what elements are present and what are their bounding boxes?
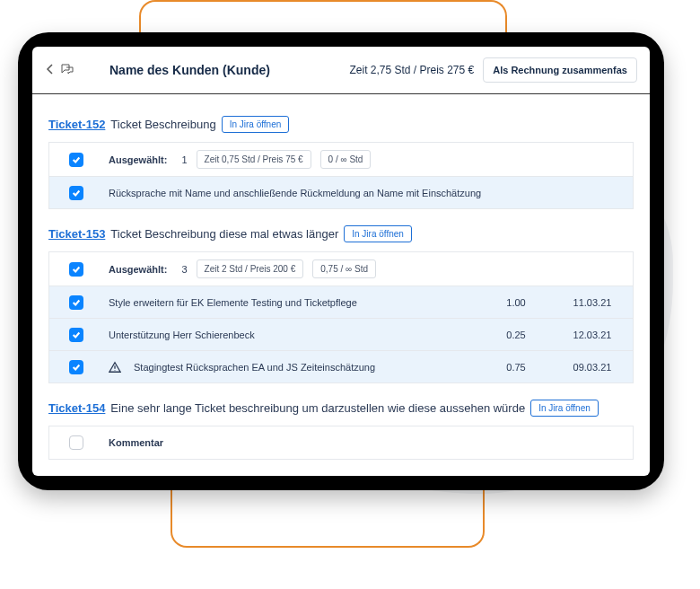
ticket-block: Ticket-152 Ticket Beschreibung In Jira ö…: [48, 116, 634, 209]
ticket-description: Eine sehr lange Ticket beschreibung um d…: [110, 401, 525, 415]
open-in-jira-button[interactable]: In Jira öffnen: [530, 400, 599, 417]
ticket-table: Kommentar: [48, 426, 634, 460]
decorative-bottom-frame: [171, 485, 485, 548]
row-date: 11.03.21: [552, 297, 633, 308]
row-text: Rücksprache mit Name und anschließende R…: [109, 188, 481, 198]
table-row: Style erweitern für EK Elemente Testing …: [49, 286, 633, 318]
row-date: 12.03.21: [552, 330, 633, 340]
chat-icon[interactable]: [61, 64, 74, 77]
ticket-head: Ticket-154 Eine sehr lange Ticket beschr…: [48, 400, 634, 417]
header-summary: Zeit 2,75 Std / Preis 275 €: [349, 64, 474, 76]
ticket-table: Ausgewählt: 1 Zeit 0,75 Std / Preis 75 €…: [48, 142, 634, 209]
row-hours: 1.00: [480, 297, 552, 308]
warning-icon: [109, 361, 121, 374]
decorative-top-frame: [139, 0, 507, 34]
ticket-block: Ticket-153 Ticket Beschreibung diese mal…: [48, 225, 634, 383]
comment-label: Kommentar: [109, 437, 163, 448]
row-hours: 0.25: [480, 330, 552, 340]
ticket-block: Ticket-154 Eine sehr lange Ticket beschr…: [48, 400, 634, 460]
table-summary-row: Ausgewählt: 3 Zeit 2 Std / Preis 200 € 0…: [49, 252, 633, 286]
row-text: Unterstützung Herr Schierenbeck: [109, 330, 255, 340]
nav-controls: [45, 64, 74, 77]
time-price-pill: Zeit 2 Std / Preis 200 €: [197, 259, 304, 278]
ticket-id-link[interactable]: Ticket-153: [48, 227, 105, 241]
estimate-pill: 0 / ∞ Std: [320, 150, 372, 169]
checkbox[interactable]: [69, 295, 83, 310]
header-bar: Name des Kunden (Kunde) Zeit 2,75 Std / …: [32, 47, 650, 94]
checkbox[interactable]: [69, 186, 83, 200]
content-area: Ticket-152 Ticket Beschreibung In Jira ö…: [32, 94, 650, 476]
checkbox[interactable]: [69, 262, 83, 277]
page-title: Name des Kunden (Kunde): [109, 63, 270, 77]
ticket-description: Ticket Beschreibung: [110, 118, 215, 131]
open-in-jira-button[interactable]: In Jira öffnen: [222, 116, 290, 133]
ticket-head: Ticket-153 Ticket Beschreibung diese mal…: [48, 225, 634, 242]
estimate-pill: 0,75 / ∞ Std: [312, 259, 376, 278]
selected-label: Ausgewählt:: [109, 154, 167, 165]
table-comment-row: Kommentar: [49, 426, 633, 459]
row-text: Stagingtest Rücksprachen EA und JS Zeite…: [134, 362, 375, 373]
table-row: Rücksprache mit Name und anschließende R…: [49, 176, 633, 208]
table-row: Stagingtest Rücksprachen EA und JS Zeite…: [49, 350, 633, 382]
ticket-description: Ticket Beschreibung diese mal etwas läng…: [110, 227, 338, 241]
ticket-head: Ticket-152 Ticket Beschreibung In Jira ö…: [48, 116, 634, 133]
time-price-pill: Zeit 0,75 Std / Preis 75 €: [197, 150, 311, 169]
row-hours: 0.75: [480, 362, 552, 373]
table-summary-row: Ausgewählt: 1 Zeit 0,75 Std / Preis 75 €…: [49, 143, 633, 176]
row-date: 09.03.21: [552, 362, 633, 373]
open-in-jira-button[interactable]: In Jira öffnen: [344, 225, 412, 242]
selected-count: 1: [181, 154, 187, 165]
checkbox[interactable]: [69, 435, 83, 450]
table-row: Unterstützung Herr Schierenbeck 0.25 12.…: [49, 318, 633, 350]
checkbox[interactable]: [69, 153, 83, 167]
row-text: Style erweitern für EK Elemente Testing …: [109, 297, 357, 308]
tablet-frame: Name des Kunden (Kunde) Zeit 2,75 Std / …: [18, 32, 664, 490]
ticket-table: Ausgewählt: 3 Zeit 2 Std / Preis 200 € 0…: [48, 251, 634, 383]
selected-count: 3: [181, 264, 187, 275]
invoice-button[interactable]: Als Rechnung zusammenfas: [483, 57, 637, 83]
app-screen: Name des Kunden (Kunde) Zeit 2,75 Std / …: [32, 47, 650, 476]
checkbox[interactable]: [69, 328, 83, 342]
ticket-id-link[interactable]: Ticket-152: [48, 118, 105, 131]
checkbox[interactable]: [69, 360, 83, 374]
back-icon[interactable]: [45, 64, 56, 77]
ticket-id-link[interactable]: Ticket-154: [48, 401, 105, 415]
selected-label: Ausgewählt:: [109, 264, 167, 275]
